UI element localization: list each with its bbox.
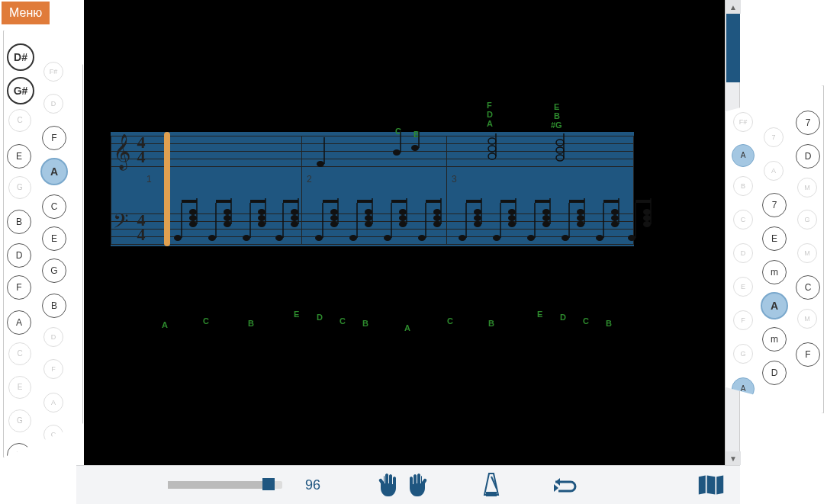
score-viewport[interactable]: 𝄞 𝄢 4 4 4 4 1 2 3 C B F D A E B #G (84, 0, 725, 465)
right-key[interactable]: D (796, 144, 820, 169)
timesig-bot: 4 (134, 228, 148, 242)
playhead-cursor[interactable] (164, 132, 170, 246)
note-letter: A (404, 323, 410, 332)
right-key[interactable]: M (797, 309, 817, 329)
left-key[interactable]: B (42, 294, 66, 318)
note-letter: D (560, 313, 566, 322)
note-letter: C (339, 316, 346, 326)
bass-timesig: 4 4 (134, 213, 148, 242)
bass-chord-group (172, 198, 207, 246)
bottom-toolbar: 96 (76, 465, 740, 504)
right-key-active[interactable]: A (732, 144, 755, 167)
scrollbar-thumb[interactable] (726, 14, 740, 82)
left-key[interactable]: B (7, 210, 31, 234)
right-key[interactable]: D (733, 243, 753, 263)
note-letter: C (447, 316, 453, 326)
svg-point-10 (393, 149, 401, 156)
left-key[interactable]: F (7, 275, 31, 300)
half-note-chord (484, 133, 507, 172)
left-key[interactable]: E (42, 226, 66, 251)
right-hand-icon[interactable] (404, 473, 432, 497)
left-key[interactable]: E (8, 376, 31, 399)
right-key[interactable]: m (762, 327, 787, 352)
note-letter: B (248, 319, 254, 328)
left-key[interactable]: C (8, 109, 31, 132)
score-canvas: 𝄞 𝄢 4 4 4 4 1 2 3 C B F D A E B #G (84, 0, 710, 465)
measure-number: 1 (146, 174, 152, 185)
right-key[interactable]: E (733, 277, 753, 297)
right-key[interactable]: F# (733, 112, 753, 132)
left-key[interactable]: A (43, 393, 63, 413)
bass-chord-group (206, 198, 241, 246)
left-key[interactable]: G (8, 409, 31, 432)
measure-number: 2 (307, 174, 312, 185)
right-key[interactable]: D (762, 361, 787, 385)
left-key[interactable]: F (42, 126, 66, 150)
note-letter: C (583, 316, 589, 326)
tempo-slider-handle[interactable] (262, 478, 275, 490)
scroll-down-arrow-icon[interactable]: ▼ (726, 451, 741, 465)
right-key[interactable]: M (797, 178, 817, 197)
right-key-active[interactable]: A (761, 292, 788, 319)
bass-chord-group (626, 198, 661, 246)
left-key[interactable]: G (42, 258, 66, 283)
note-letter: A (162, 320, 168, 329)
svg-point-2 (488, 153, 496, 159)
bass-chord-group (491, 198, 526, 246)
left-key[interactable]: A (7, 310, 31, 335)
svg-point-4 (556, 140, 564, 146)
left-key[interactable]: G# (7, 77, 34, 104)
note-letter: B (362, 319, 368, 328)
left-key[interactable]: F# (43, 62, 63, 82)
left-key[interactable]: C (42, 194, 66, 219)
left-hand-icon[interactable] (374, 473, 401, 497)
right-key[interactable]: C (733, 210, 753, 230)
svg-point-11 (411, 145, 419, 151)
left-key[interactable]: E (7, 144, 31, 169)
treble-clef-icon: 𝄞 (113, 133, 131, 169)
right-key[interactable]: C (796, 275, 820, 300)
right-key[interactable]: M (797, 243, 817, 263)
left-key[interactable]: D (43, 327, 63, 347)
svg-point-1 (488, 146, 496, 152)
left-key[interactable]: B (7, 443, 31, 467)
right-key[interactable]: 7 (796, 111, 820, 135)
right-key[interactable]: m (762, 260, 787, 284)
metronome-icon[interactable] (478, 473, 505, 497)
scroll-up-arrow-icon[interactable]: ▲ (726, 0, 741, 14)
right-key[interactable]: 7 (764, 127, 784, 147)
note-letter: E (294, 310, 299, 319)
left-key[interactable]: D# (7, 43, 34, 71)
left-key[interactable]: C (43, 425, 63, 445)
left-key-active[interactable]: A (40, 158, 68, 185)
menu-button[interactable]: Меню (2, 2, 50, 24)
svg-point-0 (488, 138, 496, 144)
chord-letter: D (487, 110, 493, 119)
bass-chord-group (273, 198, 308, 246)
right-key[interactable]: B (733, 176, 753, 196)
map-view-icon[interactable] (697, 473, 725, 497)
tempo-slider[interactable] (168, 481, 282, 489)
timesig-bot: 4 (134, 150, 148, 165)
chord-letter: F (487, 101, 492, 110)
right-key[interactable]: F (733, 310, 753, 330)
left-key[interactable]: F (43, 359, 63, 379)
right-key[interactable]: A (764, 161, 784, 181)
left-key[interactable]: C (8, 342, 31, 365)
left-key[interactable]: D (7, 243, 31, 268)
right-key[interactable]: G (733, 344, 753, 364)
left-key[interactable]: D (43, 94, 63, 114)
chord-letter: #G (551, 120, 562, 130)
measure-number: 3 (452, 174, 457, 185)
left-key[interactable]: G (8, 176, 31, 199)
right-key[interactable]: E (762, 226, 787, 251)
bass-chord-group (416, 198, 451, 246)
right-key[interactable]: F (796, 342, 820, 367)
right-key[interactable]: G (797, 210, 817, 230)
right-key[interactable]: 7 (762, 193, 787, 217)
chord-letter: B (554, 111, 560, 120)
svg-point-6 (556, 155, 564, 161)
loop-icon[interactable] (551, 473, 578, 497)
chord-letter: A (487, 119, 493, 128)
barline (111, 136, 111, 244)
